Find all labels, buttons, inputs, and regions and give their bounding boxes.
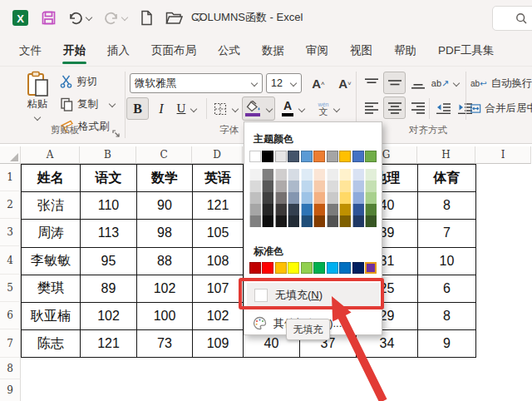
fill-color-chevron-icon[interactable] [266, 106, 273, 112]
table-cell[interactable]: 6 [418, 275, 476, 303]
color-swatch[interactable] [365, 262, 377, 274]
table-cell[interactable]: 10 [418, 248, 476, 275]
table-cell[interactable]: 9 [418, 330, 476, 358]
table-cell[interactable]: 8 [418, 303, 476, 330]
table-cell[interactable]: 121 [193, 192, 244, 220]
color-swatch[interactable] [275, 181, 287, 192]
borders-chevron-icon[interactable] [232, 106, 239, 112]
ribbon-tab[interactable]: 数据 [251, 35, 295, 67]
color-swatch[interactable] [339, 169, 351, 181]
color-swatch[interactable] [301, 181, 313, 192]
color-swatch[interactable] [352, 151, 364, 162]
table-cell[interactable]: 98 [137, 220, 193, 247]
table-cell[interactable]: 耿亚楠 [22, 303, 81, 330]
row-header[interactable]: 7 [0, 329, 21, 358]
color-swatch[interactable] [327, 192, 338, 204]
align-top-button[interactable] [362, 73, 382, 93]
color-swatch[interactable] [288, 215, 299, 227]
merge-center-button[interactable]: 合并后居中 [470, 98, 532, 118]
phonetic-guide-button[interactable]: wén 文 [313, 97, 346, 121]
color-swatch[interactable] [365, 181, 377, 192]
color-swatch[interactable] [313, 215, 325, 227]
search-box[interactable] [492, 6, 532, 31]
font-size-select[interactable]: 12 [266, 73, 302, 93]
color-swatch[interactable] [275, 151, 287, 162]
color-swatch[interactable] [339, 215, 351, 227]
color-swatch[interactable] [365, 151, 377, 162]
select-all-corner[interactable] [0, 146, 21, 164]
table-cell[interactable]: 数学 [137, 165, 193, 192]
color-swatch[interactable] [288, 151, 299, 162]
color-swatch[interactable] [262, 215, 273, 227]
copy-button[interactable]: 复制 [60, 94, 116, 114]
italic-button[interactable]: I [152, 97, 170, 120]
underline-chevron-icon[interactable] [190, 106, 197, 112]
table-cell[interactable]: 109 [193, 330, 244, 358]
color-swatch[interactable] [313, 192, 325, 204]
table-cell[interactable]: 语文 [81, 165, 137, 192]
table-cell[interactable]: 102 [193, 303, 244, 330]
align-right-button[interactable] [408, 98, 428, 118]
table-cell[interactable]: 105 [193, 220, 244, 247]
table-cell[interactable]: 113 [81, 220, 137, 247]
color-swatch[interactable] [262, 204, 273, 215]
color-swatch[interactable] [249, 262, 261, 274]
row-header[interactable]: 9 [0, 379, 21, 401]
table-cell[interactable]: 张洁 [22, 192, 81, 220]
color-swatch[interactable] [249, 192, 261, 204]
ribbon-tab[interactable]: 视图 [339, 35, 383, 67]
row-header[interactable]: 8 [0, 358, 21, 379]
row-header[interactable]: 3 [0, 219, 21, 246]
font-color-chevron-icon[interactable] [298, 106, 305, 112]
color-swatch[interactable] [313, 204, 325, 215]
color-swatch[interactable] [339, 204, 351, 215]
table-cell[interactable]: 周涛 [22, 220, 81, 247]
color-swatch[interactable] [352, 204, 364, 215]
color-swatch[interactable] [339, 151, 351, 162]
increase-font-size-button[interactable]: A˄ [306, 72, 331, 94]
color-swatch[interactable] [327, 204, 338, 215]
orientation-chevron-icon[interactable] [453, 80, 460, 87]
table-cell[interactable]: 陈志 [22, 330, 81, 358]
color-swatch[interactable] [339, 192, 351, 204]
ribbon-tab[interactable]: 文件 [8, 35, 52, 67]
wrap-text-button[interactable]: ab↩ 自动换行 [470, 73, 532, 93]
table-cell[interactable]: 英语 [193, 165, 244, 192]
table-cell[interactable]: 110 [81, 192, 137, 220]
table-cell[interactable]: 90 [137, 192, 193, 220]
table-cell[interactable]: 73 [137, 330, 193, 358]
color-swatch[interactable] [262, 151, 273, 162]
color-swatch[interactable] [313, 169, 325, 181]
color-swatch[interactable] [327, 262, 338, 274]
align-bottom-button[interactable] [408, 73, 428, 93]
color-swatch[interactable] [352, 169, 364, 181]
table-cell[interactable]: 107 [193, 275, 244, 303]
color-swatch[interactable] [275, 215, 287, 227]
color-swatch[interactable] [352, 181, 364, 192]
color-swatch[interactable] [288, 169, 299, 181]
color-swatch[interactable] [365, 204, 377, 215]
decrease-font-size-button[interactable]: A˅ [332, 72, 357, 94]
color-swatch[interactable] [288, 204, 299, 215]
column-header[interactable]: D [192, 146, 243, 164]
color-swatch[interactable] [262, 181, 273, 192]
phonetic-chevron-icon[interactable] [333, 106, 340, 112]
save-button[interactable] [41, 10, 57, 26]
column-header[interactable]: A [21, 146, 80, 164]
table-cell[interactable]: 樊琪 [22, 275, 81, 303]
clipboard-dialog-launcher[interactable] [112, 126, 121, 141]
color-swatch[interactable] [249, 151, 261, 162]
table-cell[interactable]: 102 [137, 275, 193, 303]
color-swatch[interactable] [313, 181, 325, 192]
ribbon-tab[interactable]: 页面布局 [140, 35, 207, 67]
ribbon-tab[interactable]: PDF工具集 [427, 35, 505, 67]
color-swatch[interactable] [365, 169, 377, 181]
ribbon-tab[interactable]: 帮助 [383, 35, 427, 67]
open-file-button[interactable] [165, 11, 183, 25]
column-header[interactable]: I [475, 146, 531, 164]
undo-button[interactable] [68, 11, 92, 25]
borders-button[interactable] [210, 97, 242, 120]
font-name-select[interactable]: 微软雅黑 [130, 73, 263, 93]
bold-button[interactable]: B [126, 97, 149, 120]
color-swatch[interactable] [275, 192, 287, 204]
